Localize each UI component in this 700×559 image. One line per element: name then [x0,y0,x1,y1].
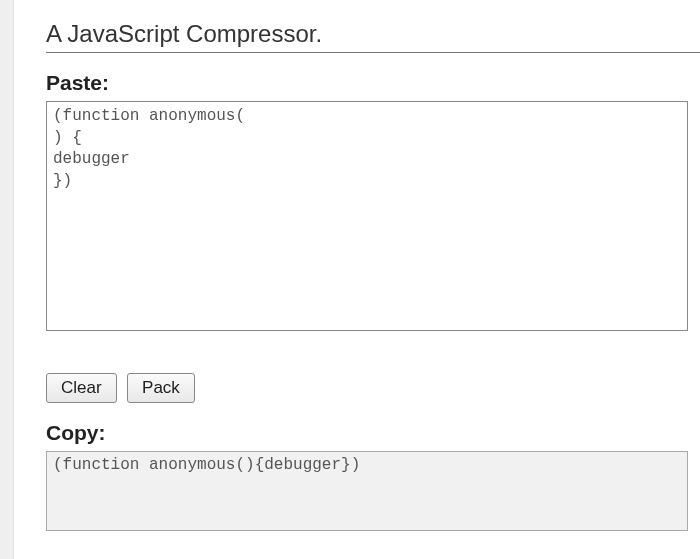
copy-textarea[interactable] [46,451,688,531]
page-title: A JavaScript Compressor. [46,20,700,53]
left-gutter [0,0,14,559]
main-content: A JavaScript Compressor. Paste: Clear Pa… [14,0,700,559]
paste-textarea[interactable] [46,101,688,331]
copy-label: Copy: [46,421,700,445]
clear-button[interactable]: Clear [46,373,117,403]
button-row: Clear Pack [46,373,700,403]
paste-label: Paste: [46,71,700,95]
app-container: A JavaScript Compressor. Paste: Clear Pa… [0,0,700,559]
pack-button[interactable]: Pack [127,373,195,403]
